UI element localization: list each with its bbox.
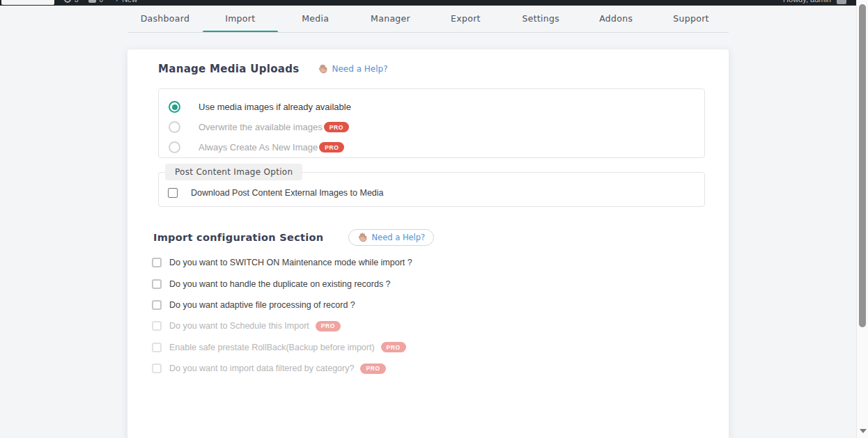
checkbox-unchecked[interactable]	[152, 258, 162, 267]
radio-unselected[interactable]	[169, 121, 180, 133]
media-uploads-header: Manage Media Uploads Need a Help?	[158, 63, 388, 75]
hand-icon	[357, 233, 367, 242]
checkbox-label: Do you want to import data filtered by c…	[169, 363, 354, 373]
checkbox-row-rollback[interactable]: Enable safe prestate RollBack(Backup bef…	[152, 337, 412, 358]
scrollbar-thumb[interactable]	[859, 4, 866, 327]
tab-addons[interactable]: Addons	[578, 6, 653, 33]
checkbox-unchecked[interactable]	[152, 363, 162, 373]
tab-settings[interactable]: Settings	[503, 6, 578, 33]
media-help-label: Need a Help?	[332, 64, 387, 74]
checkbox-label: Do you want adaptive file processing of …	[169, 300, 355, 310]
radio-selected[interactable]	[169, 101, 180, 113]
radio-label: Use media images if already available	[199, 102, 351, 112]
checkbox-unchecked[interactable]	[152, 300, 162, 310]
new-menu-item[interactable]: New	[122, 0, 137, 3]
pro-badge: PRO	[360, 363, 385, 374]
import-config-header: Import configuration Section Need a Help…	[153, 229, 434, 246]
radio-unselected[interactable]	[169, 141, 180, 153]
checkbox-row-maintenance[interactable]: Do you want to SWITCH ON Maintenance mod…	[152, 252, 412, 273]
updates-count: 3	[75, 0, 79, 3]
checkbox-row-schedule[interactable]: Do you want to Schedule this Import PRO	[152, 315, 412, 336]
checkbox-unchecked[interactable]	[152, 279, 162, 289]
hand-icon	[318, 64, 327, 74]
site-name-button[interactable]	[1, 0, 54, 5]
tab-list: Dashboard Import Media Manager Export Se…	[127, 6, 729, 33]
checkbox-label: Enable safe prestate RollBack(Backup bef…	[169, 343, 375, 352]
tab-dashboard[interactable]: Dashboard	[127, 6, 203, 33]
howdy-label[interactable]: Howdy, admin	[783, 0, 831, 3]
scrollbar-down-arrow-icon[interactable]	[860, 429, 867, 433]
import-help-button[interactable]: Need a Help?	[348, 229, 434, 246]
checkbox-row-duplicates[interactable]: Do you want to handle the duplicate on e…	[152, 273, 412, 294]
checkbox-label: Do you want to Schedule this Import	[169, 321, 309, 331]
radio-row-overwrite[interactable]: Overwrite the available images PRO	[159, 117, 704, 137]
import-settings-card: Manage Media Uploads Need a Help? Use me…	[127, 49, 729, 438]
pro-badge: PRO	[319, 142, 344, 152]
tab-manager[interactable]: Manager	[353, 6, 428, 33]
checkbox-label: Do you want to SWITCH ON Maintenance mod…	[169, 258, 412, 267]
radio-row-use-media[interactable]: Use media images if already available	[159, 97, 704, 117]
checkbox-unchecked[interactable]	[152, 321, 162, 331]
tab-support[interactable]: Support	[653, 6, 729, 33]
checkbox-unchecked[interactable]	[168, 188, 178, 198]
media-options-group: Use media images if already available Ov…	[158, 88, 705, 158]
import-help-label: Need a Help?	[371, 233, 425, 242]
page-scrollbar[interactable]	[856, 0, 868, 438]
checkbox-row-category-filter[interactable]: Do you want to import data filtered by c…	[152, 358, 412, 379]
import-config-checkbox-list: Do you want to SWITCH ON Maintenance mod…	[152, 252, 412, 379]
radio-label: Always Create As New Image	[199, 142, 318, 152]
wp-admin-bar-content: 3 0 + New Howdy, admin	[0, 0, 856, 6]
tab-import[interactable]: Import	[203, 6, 278, 33]
tabbar-divider	[127, 32, 729, 33]
wp-admin-bar: 3 0 + New Howdy, admin	[0, 0, 856, 6]
avatar[interactable]	[837, 0, 846, 4]
comments-count: 0	[100, 0, 104, 3]
tab-import-label: Import	[225, 13, 255, 24]
plus-icon[interactable]: +	[114, 0, 119, 4]
post-content-option-chip: Post Content Image Option	[165, 164, 302, 180]
checkbox-label: Download Post Content External Images to…	[191, 188, 384, 198]
radio-label: Overwrite the available images	[199, 122, 323, 132]
plugin-nav-tabbar: Dashboard Import Media Manager Export Se…	[127, 6, 729, 33]
checkbox-unchecked[interactable]	[152, 343, 162, 352]
pro-badge: PRO	[316, 321, 341, 331]
updates-icon[interactable]	[64, 0, 71, 3]
pro-badge: PRO	[381, 342, 406, 352]
download-external-images-row[interactable]: Download Post Content External Images to…	[168, 188, 384, 198]
checkbox-row-adaptive[interactable]: Do you want adaptive file processing of …	[152, 295, 412, 315]
import-config-title: Import configuration Section	[153, 232, 323, 243]
tab-media[interactable]: Media	[278, 6, 353, 33]
radio-row-create-new[interactable]: Always Create As New Image PRO	[159, 137, 704, 157]
checkbox-label: Do you want to handle the duplicate on e…	[169, 279, 391, 289]
media-help-link[interactable]: Need a Help?	[318, 64, 387, 74]
comments-icon[interactable]	[88, 0, 96, 3]
tab-export[interactable]: Export	[428, 6, 504, 33]
media-uploads-title: Manage Media Uploads	[158, 63, 299, 75]
pro-badge: PRO	[324, 122, 349, 132]
